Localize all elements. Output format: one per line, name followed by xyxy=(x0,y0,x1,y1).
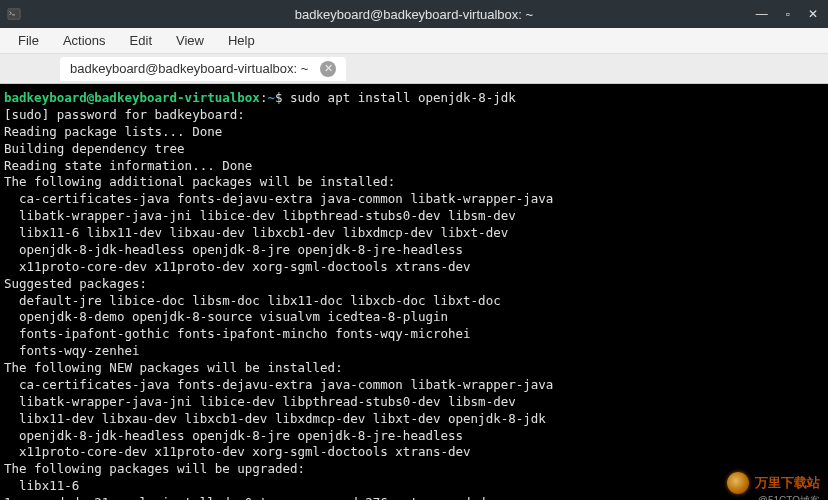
terminal-line: Building dependency tree xyxy=(4,141,185,156)
terminal-line: openjdk-8-jdk-headless openjdk-8-jre ope… xyxy=(4,428,463,443)
terminal-line: Reading package lists... Done xyxy=(4,124,222,139)
prompt-path: ~ xyxy=(267,90,275,105)
terminal-line: Suggested packages: xyxy=(4,276,147,291)
watermark: 万里下载站 @51CTO博客 xyxy=(727,472,820,494)
tab-title: badkeyboard@badkeyboard-virtualbox: ~ xyxy=(70,61,308,76)
terminal-line: The following packages will be upgraded: xyxy=(4,461,305,476)
watermark-subtext: @51CTO博客 xyxy=(758,494,820,500)
menu-file[interactable]: File xyxy=(8,30,49,51)
terminal-line: libatk-wrapper-java-jni libice-dev libpt… xyxy=(4,394,516,409)
minimize-button[interactable]: — xyxy=(752,5,772,23)
tabbar: badkeyboard@badkeyboard-virtualbox: ~ ✕ xyxy=(0,54,828,84)
menu-help[interactable]: Help xyxy=(218,30,265,51)
terminal-line: libx11-6 xyxy=(4,478,79,493)
watermark-text: 万里下载站 xyxy=(755,474,820,492)
terminal-line: default-jre libice-doc libsm-doc libx11-… xyxy=(4,293,501,308)
terminal-line: [sudo] password for badkeyboard: xyxy=(4,107,245,122)
maximize-button[interactable]: ▫ xyxy=(782,5,794,23)
menu-view[interactable]: View xyxy=(166,30,214,51)
terminal-line: Reading state information... Done xyxy=(4,158,252,173)
terminal-line: libx11-dev libxau-dev libxcb1-dev libxdm… xyxy=(4,411,546,426)
window-titlebar: badkeyboard@badkeyboard-virtualbox: ~ — … xyxy=(0,0,828,28)
terminal-line: x11proto-core-dev x11proto-dev xorg-sgml… xyxy=(4,444,471,459)
menu-edit[interactable]: Edit xyxy=(120,30,162,51)
close-button[interactable]: ✕ xyxy=(804,5,822,23)
terminal-tab[interactable]: badkeyboard@badkeyboard-virtualbox: ~ ✕ xyxy=(60,57,346,81)
terminal-line: openjdk-8-jdk-headless openjdk-8-jre ope… xyxy=(4,242,463,257)
prompt-user-host: badkeyboard@badkeyboard-virtualbox xyxy=(4,90,260,105)
terminal-line: libx11-6 libx11-dev libxau-dev libxcb1-d… xyxy=(4,225,508,240)
window-title: badkeyboard@badkeyboard-virtualbox: ~ xyxy=(295,7,533,22)
terminal-line: The following NEW packages will be insta… xyxy=(4,360,343,375)
tab-close-icon[interactable]: ✕ xyxy=(320,61,336,77)
window-controls: — ▫ ✕ xyxy=(752,5,822,23)
terminal-line: ca-certificates-java fonts-dejavu-extra … xyxy=(4,191,553,206)
menu-actions[interactable]: Actions xyxy=(53,30,116,51)
terminal-line: openjdk-8-demo openjdk-8-source visualvm… xyxy=(4,309,448,324)
terminal-line: fonts-ipafont-gothic fonts-ipafont-minch… xyxy=(4,326,471,341)
terminal-output[interactable]: badkeyboard@badkeyboard-virtualbox:~$ su… xyxy=(0,84,828,500)
terminal-line: libatk-wrapper-java-jni libice-dev libpt… xyxy=(4,208,516,223)
svg-rect-0 xyxy=(8,9,20,20)
terminal-line: 1 upgraded, 21 newly installed, 0 to rem… xyxy=(4,495,493,500)
terminal-line: x11proto-core-dev x11proto-dev xorg-sgml… xyxy=(4,259,471,274)
prompt-command: sudo apt install openjdk-8-jdk xyxy=(282,90,515,105)
terminal-line: fonts-wqy-zenhei xyxy=(4,343,139,358)
terminal-app-icon xyxy=(6,6,22,22)
terminal-line: The following additional packages will b… xyxy=(4,174,395,189)
watermark-icon xyxy=(727,472,749,494)
terminal-line: ca-certificates-java fonts-dejavu-extra … xyxy=(4,377,553,392)
menubar: File Actions Edit View Help xyxy=(0,28,828,54)
